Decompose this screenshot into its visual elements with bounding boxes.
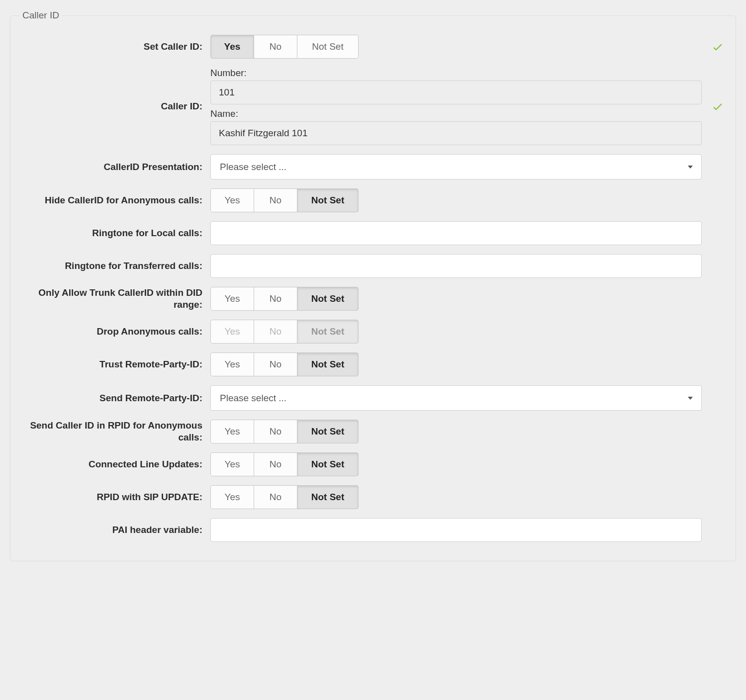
caller-id-number-input[interactable]: [210, 81, 702, 104]
toggle-yes[interactable]: Yes: [210, 35, 254, 59]
row-drop-anon: Drop Anonymous calls: Yes No Not Set: [19, 320, 727, 344]
label-rpid-anon: Send Caller ID in RPID for Anonymous cal…: [19, 420, 203, 443]
row-set-caller-id: Set Caller ID: Yes No Not Set: [19, 35, 727, 59]
row-trunk-did: Only Allow Trunk CallerID within DID ran…: [19, 287, 727, 311]
toggle-set-caller-id: Yes No Not Set: [210, 35, 359, 59]
toggle-notset[interactable]: Not Set: [297, 452, 359, 476]
select-presentation-wrapper: Please select ...: [210, 154, 702, 179]
toggle-rpid-update: Yes No Not Set: [210, 485, 359, 509]
select-presentation[interactable]: Please select ...: [210, 154, 702, 179]
label-trunk-did: Only Allow Trunk CallerID within DID ran…: [19, 287, 203, 311]
toggle-yes[interactable]: Yes: [210, 287, 254, 311]
toggle-no[interactable]: No: [254, 188, 297, 212]
status-ok-set-caller-id: [709, 40, 727, 53]
label-caller-id: Caller ID:: [19, 100, 203, 112]
control-trust-rpid: Yes No Not Set: [210, 352, 702, 376]
toggle-drop-anon: Yes No Not Set: [210, 320, 359, 344]
row-send-rpid: Send Remote-Party-ID: Please select ...: [19, 385, 727, 411]
toggle-notset[interactable]: Not Set: [297, 287, 359, 311]
control-hide-anon: Yes No Not Set: [210, 188, 702, 212]
toggle-no[interactable]: No: [254, 452, 297, 476]
toggle-yes[interactable]: Yes: [210, 188, 254, 212]
control-caller-id: Number: Name:: [210, 68, 702, 145]
label-connected-line: Connected Line Updates:: [19, 458, 203, 470]
control-rpid-update: Yes No Not Set: [210, 485, 702, 509]
label-ringtone-local: Ringtone for Local calls:: [19, 227, 203, 239]
toggle-yes[interactable]: Yes: [210, 485, 254, 509]
control-ringtone-local: [210, 221, 702, 245]
label-pai-header: PAI header variable:: [19, 524, 203, 536]
label-drop-anon: Drop Anonymous calls:: [19, 326, 203, 338]
toggle-yes: Yes: [210, 320, 254, 344]
toggle-notset[interactable]: Not Set: [297, 352, 359, 376]
toggle-notset[interactable]: Not Set: [297, 35, 359, 59]
label-send-rpid: Send Remote-Party-ID:: [19, 392, 203, 404]
toggle-trust-rpid: Yes No Not Set: [210, 352, 359, 376]
toggle-notset[interactable]: Not Set: [297, 485, 359, 509]
row-rpid-anon: Send Caller ID in RPID for Anonymous cal…: [19, 420, 727, 443]
toggle-no[interactable]: No: [254, 35, 297, 59]
label-hide-anon: Hide CallerID for Anonymous calls:: [19, 194, 203, 206]
row-caller-id: Caller ID: Number: Name:: [19, 68, 727, 145]
toggle-no[interactable]: No: [254, 420, 297, 443]
check-icon: [711, 40, 724, 53]
row-ringtone-local: Ringtone for Local calls:: [19, 221, 727, 245]
toggle-yes[interactable]: Yes: [210, 452, 254, 476]
row-hide-anon: Hide CallerID for Anonymous calls: Yes N…: [19, 188, 727, 212]
toggle-notset[interactable]: Not Set: [297, 188, 359, 212]
label-rpid-update: RPID with SIP UPDATE:: [19, 491, 203, 503]
row-pai-header: PAI header variable:: [19, 518, 727, 542]
control-drop-anon: Yes No Not Set: [210, 320, 702, 344]
caller-id-name-input[interactable]: [210, 121, 702, 145]
label-ringtone-transferred: Ringtone for Transferred calls:: [19, 260, 203, 272]
control-rpid-anon: Yes No Not Set: [210, 420, 702, 443]
toggle-no[interactable]: No: [254, 287, 297, 311]
toggle-yes[interactable]: Yes: [210, 352, 254, 376]
ringtone-local-input[interactable]: [210, 221, 702, 245]
control-ringtone-transferred: [210, 254, 702, 278]
toggle-hide-anon: Yes No Not Set: [210, 188, 359, 212]
control-trunk-did: Yes No Not Set: [210, 287, 702, 311]
row-connected-line: Connected Line Updates: Yes No Not Set: [19, 452, 727, 476]
control-set-caller-id: Yes No Not Set: [210, 35, 702, 59]
toggle-notset: Not Set: [297, 320, 359, 344]
ringtone-transferred-input[interactable]: [210, 254, 702, 278]
label-presentation: CallerID Presentation:: [19, 161, 203, 173]
select-send-rpid-wrapper: Please select ...: [210, 385, 702, 411]
sublabel-number: Number:: [210, 68, 702, 79]
toggle-yes[interactable]: Yes: [210, 420, 254, 443]
control-send-rpid: Please select ...: [210, 385, 702, 411]
toggle-rpid-anon: Yes No Not Set: [210, 420, 359, 443]
pai-header-input[interactable]: [210, 518, 702, 542]
control-presentation: Please select ...: [210, 154, 702, 179]
toggle-no: No: [254, 320, 297, 344]
row-ringtone-transferred: Ringtone for Transferred calls:: [19, 254, 727, 278]
label-set-caller-id: Set Caller ID:: [19, 41, 203, 53]
control-pai-header: [210, 518, 702, 542]
row-rpid-update: RPID with SIP UPDATE: Yes No Not Set: [19, 485, 727, 509]
control-connected-line: Yes No Not Set: [210, 452, 702, 476]
toggle-trunk-did: Yes No Not Set: [210, 287, 359, 311]
row-presentation: CallerID Presentation: Please select ...: [19, 154, 727, 179]
toggle-no[interactable]: No: [254, 352, 297, 376]
caller-id-section: Caller ID Set Caller ID: Yes No Not Set …: [10, 10, 736, 561]
check-icon: [711, 100, 724, 113]
sublabel-name: Name:: [210, 108, 702, 119]
toggle-connected-line: Yes No Not Set: [210, 452, 359, 476]
toggle-notset[interactable]: Not Set: [297, 420, 359, 443]
label-trust-rpid: Trust Remote-Party-ID:: [19, 358, 203, 370]
section-legend: Caller ID: [19, 10, 62, 21]
toggle-no[interactable]: No: [254, 485, 297, 509]
select-send-rpid[interactable]: Please select ...: [210, 385, 702, 411]
row-trust-rpid: Trust Remote-Party-ID: Yes No Not Set: [19, 352, 727, 376]
status-ok-caller-id: [709, 68, 727, 145]
